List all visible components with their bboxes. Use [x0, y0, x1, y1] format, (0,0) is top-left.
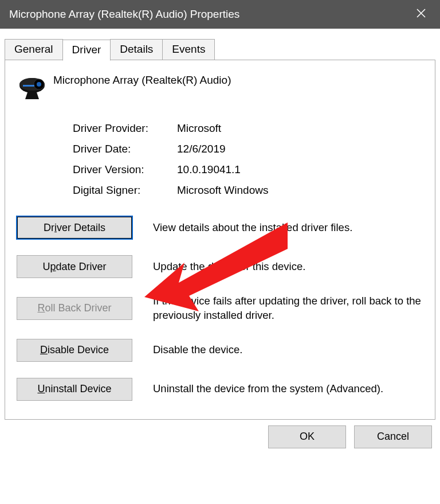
update-driver-desc: Update the driver for this device.	[153, 260, 423, 274]
driver-details-button[interactable]: Driver Details	[17, 216, 132, 239]
svg-rect-4	[23, 85, 34, 87]
uninstall-device-button[interactable]: Uninstall Device	[17, 378, 132, 401]
tab-driver[interactable]: Driver	[62, 40, 111, 61]
button-label-accel: U	[37, 383, 45, 394]
webcam-icon	[17, 73, 53, 101]
signer-value: Microsoft Windows	[177, 184, 268, 197]
date-value: 12/6/2019	[177, 143, 226, 155]
dialog-button-row: OK Cancel	[5, 425, 435, 448]
version-value: 10.0.19041.1	[177, 163, 241, 176]
tab-strip: General Driver Details Events	[5, 39, 435, 60]
provider-label: Driver Provider:	[73, 122, 177, 135]
rollback-driver-desc: If the device fails after updating the d…	[153, 294, 423, 323]
driver-details-desc: View details about the installed driver …	[153, 221, 423, 235]
ok-button[interactable]: OK	[268, 425, 346, 448]
tab-general[interactable]: General	[5, 39, 63, 60]
button-label-post: date Driver	[56, 261, 106, 272]
button-label-accel: R	[37, 302, 45, 314]
button-label-accel: p	[50, 261, 56, 272]
client-area: General Driver Details Events Microphone…	[0, 29, 440, 453]
button-label-accel: D	[40, 344, 48, 355]
tab-events[interactable]: Events	[162, 39, 215, 60]
update-driver-button[interactable]: Update Driver	[17, 255, 132, 278]
disable-device-button[interactable]: Disable Device	[17, 339, 132, 362]
tab-details[interactable]: Details	[110, 39, 163, 60]
provider-value: Microsoft	[177, 122, 221, 135]
button-label-pre: U	[42, 261, 50, 272]
device-header: Microphone Array (Realtek(R) Audio)	[17, 73, 423, 101]
button-label-post: ninstall Device	[45, 383, 111, 394]
close-icon[interactable]	[411, 5, 431, 24]
button-label-post: ver Details	[57, 222, 105, 233]
button-label-pre: Dr	[44, 222, 54, 233]
driver-info-table: Driver Provider: Microsoft Driver Date: …	[73, 122, 423, 197]
window-title: Microphone Array (Realtek(R) Audio) Prop…	[9, 8, 411, 21]
device-name: Microphone Array (Realtek(R) Audio)	[53, 73, 231, 87]
uninstall-device-desc: Uninstall the device from the system (Ad…	[153, 382, 423, 396]
button-label-post: isable Device	[48, 344, 109, 355]
disable-device-desc: Disable the device.	[153, 343, 423, 357]
version-label: Driver Version:	[73, 163, 177, 176]
svg-point-3	[37, 82, 41, 87]
button-label-post: oll Back Driver	[45, 302, 111, 314]
rollback-driver-button: Roll Back Driver	[17, 297, 132, 320]
cancel-button[interactable]: Cancel	[354, 425, 432, 448]
titlebar: Microphone Array (Realtek(R) Audio) Prop…	[0, 0, 440, 29]
driver-tab-panel: Microphone Array (Realtek(R) Audio) Driv…	[5, 60, 435, 420]
date-label: Driver Date:	[73, 143, 177, 155]
signer-label: Digital Signer:	[73, 184, 177, 197]
